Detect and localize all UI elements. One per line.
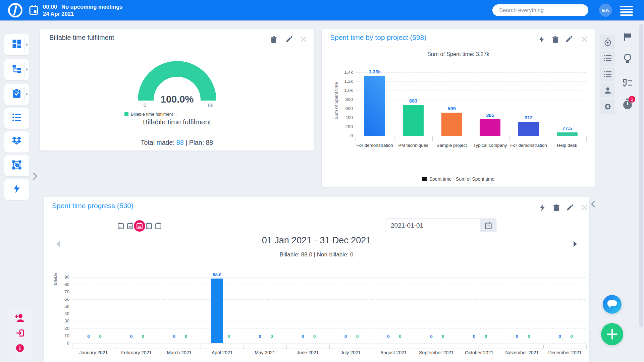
nonbillable-value-label: 0 [352,334,362,339]
category-label: PM techniques [394,143,433,148]
add-user-icon[interactable] [15,314,25,322]
chevron-right-icon [26,93,28,96]
axis-tick [586,345,587,349]
sidebar-item-templates[interactable] [4,155,29,176]
gridline [72,336,586,336]
y-tick-label: 40 [55,311,69,316]
my-tasks-button[interactable] [600,67,615,82]
month-label: December 2021 [543,350,586,355]
legend-label: Spent time - Sum of Spent time [429,176,495,182]
gauge-legend-label: Billable time fulfilment [131,112,173,117]
axis-tick [501,345,501,349]
close-icon[interactable] [301,36,307,42]
gauge-max-label: 88 [205,102,216,108]
sidebar-item-dropbox[interactable] [4,131,29,153]
search-input[interactable] [492,7,588,13]
calendar-icon[interactable] [29,5,38,15]
checklist-icon[interactable] [623,79,632,87]
add-timer-button[interactable] [600,35,615,50]
scrollbar[interactable] [639,24,643,327]
bar[interactable] [480,119,500,136]
widget-header: Billable time fulfilment [40,29,314,47]
bar-value-label: 509 [437,106,467,111]
nonbillable-value-label: 0 [224,334,234,339]
bar[interactable] [518,122,539,136]
flag-icon[interactable] [623,33,632,41]
sidebar-item-list[interactable] [4,108,29,129]
chat-button[interactable] [603,295,622,314]
info-icon[interactable] [16,344,24,352]
gridline [356,118,586,118]
dropbox-icon [12,137,21,147]
add-button[interactable] [601,323,623,345]
list-icon [604,71,612,78]
chart-legend[interactable]: Spent time - Sum of Spent time [322,176,595,182]
gridline [72,299,586,300]
bar[interactable] [557,132,578,136]
gridline [356,136,586,136]
bar[interactable] [441,113,462,136]
axis-tick [72,345,72,349]
month-label: January 2021 [72,350,115,355]
y-tick-label: 0 [337,133,353,138]
top-bar: 00:00 No upcoming meetings 24 Apr 2021 E… [0,0,644,20]
billable-value-label: 0 [555,334,565,339]
y-tick-label: 0 [55,341,69,346]
exit-icon[interactable] [16,329,25,337]
bar[interactable] [364,76,385,136]
widget-subtitle: Billable time fulfilment [40,118,314,126]
list-icon [12,113,21,123]
templates-frame-icon [12,160,21,171]
billable-value-label: 0 [84,334,94,339]
edit-pencil-icon[interactable] [286,36,292,43]
month-label: August 2021 [372,350,415,355]
clock-time: 00:00 [43,4,57,10]
settings-button[interactable] [600,99,615,114]
bar[interactable] [403,105,424,136]
gridline [72,292,586,292]
axis-tick [471,136,471,141]
billable-value-label: 0 [383,334,393,339]
total-made-value[interactable]: 88 [176,139,184,146]
gridline [72,277,586,278]
user-icon [604,87,611,94]
bar[interactable] [211,279,223,343]
sidebar-item-projects[interactable] [4,59,29,80]
sidebar-item-tasks[interactable] [4,84,29,105]
billable-value-label: 0 [512,334,522,339]
month-label: July 2021 [329,350,372,355]
billable-value-label: 0 [426,334,436,339]
sidebar-expand-icon[interactable] [33,172,38,180]
axis-tick [432,136,433,141]
bar-value-label: 312 [514,115,544,120]
y-tick-label: 10 [55,333,69,338]
widget-billable-time: Billable time fulfilment 100.0% 0 88 Bil… [40,29,314,150]
gauge-min-label: 0 [139,102,151,108]
billable-value-label: 0 [469,334,479,339]
month-label: November 2021 [501,350,544,355]
meeting-status[interactable]: No upcoming meetings [61,4,122,10]
y-tick-label: 20 [55,326,69,331]
gridline [356,72,586,73]
avatar[interactable]: EA [599,4,612,17]
my-lists-button[interactable] [600,51,615,66]
gauge-legend-swatch [124,112,128,116]
menu-icon[interactable] [620,6,633,16]
axis-tick [329,345,330,349]
app-logo-icon[interactable] [8,3,22,17]
bar-chart-spent-time-progress: 010203040506070809000January 202100Febru… [44,197,589,362]
sidebar-item-dashboards[interactable] [4,34,29,55]
axis-tick [509,136,510,141]
bar-value-label: 365 [475,113,505,118]
current-date[interactable]: 24 Apr 2021 [43,11,74,17]
gridline [356,109,586,109]
month-label: May 2021 [244,350,286,355]
delete-trash-icon[interactable] [271,36,277,43]
axis-tick [286,345,287,349]
profile-button[interactable] [600,83,615,98]
lightbulb-icon[interactable] [623,54,632,64]
sidebar-item-quick-actions[interactable] [4,179,29,200]
billable-value-label: 0 [298,334,308,339]
widget-collapse-icon[interactable] [591,200,595,208]
axis-tick [201,345,201,349]
